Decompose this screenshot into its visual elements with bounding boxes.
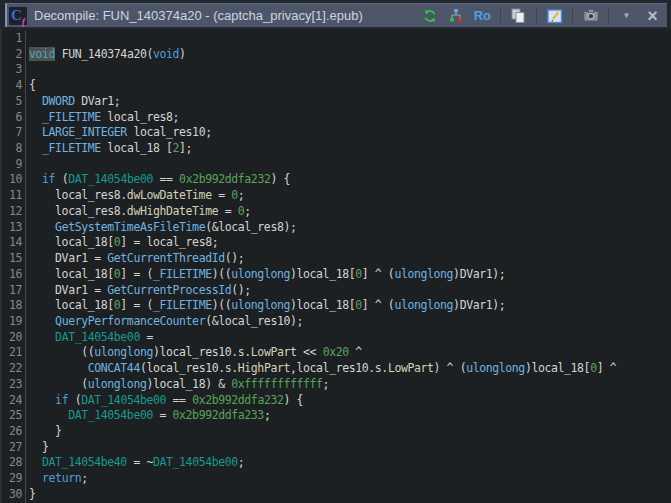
code-line[interactable]: 12 local_res8.dwHighDateTime = 0; [2, 204, 671, 220]
code-line[interactable]: 6 _FILETIME local_res8; [2, 110, 671, 126]
code-line[interactable]: 28 DAT_14054be40 = ~DAT_14054be00; [2, 455, 671, 471]
code-token[interactable]: dwLowDateTime [127, 188, 212, 202]
code-line[interactable]: 23 (ulonglong)local_18) & 0xffffffffffff… [2, 377, 671, 393]
code-line[interactable]: 10 if (DAT_14054be00 == 0x2b992ddfa232) … [2, 172, 671, 188]
code-token[interactable]: local_res10; [127, 125, 212, 139]
code-token[interactable]: ,local_res10. [290, 361, 375, 375]
code-token[interactable]: local_res8; [101, 110, 179, 124]
code-token[interactable]: if [42, 172, 55, 186]
code-token[interactable]: = [153, 408, 173, 422]
code-line[interactable]: 3 [2, 62, 671, 78]
code-line[interactable]: 20 DAT_14054be00 = [2, 330, 671, 346]
code-line[interactable]: 8 _FILETIME local_18 [2]; [2, 141, 671, 157]
code-token[interactable]: _FILETIME [153, 267, 212, 281]
code-line[interactable]: 7 LARGE_INTEGER local_res10; [2, 125, 671, 141]
code-token[interactable]: 0x2b992ddfa232 [192, 393, 283, 407]
code-token[interactable]: ; [264, 408, 271, 422]
code-line[interactable]: 26 } [2, 424, 671, 440]
code-line[interactable]: 25 DAT_14054be00 = 0x2b992ddfa233; [2, 408, 671, 424]
code-token[interactable]: 0x2b992ddfa232 [179, 172, 270, 186]
code-line[interactable]: 18 local_18[0] = (_FILETIME)((ulonglong)… [2, 298, 671, 314]
code-token[interactable]: << [297, 345, 323, 359]
code-token[interactable]: DAT_14054be00 [68, 408, 153, 422]
code-line[interactable]: 9 [2, 157, 671, 173]
code-token[interactable]: local_18[ [29, 235, 114, 249]
code-token[interactable]: ulonglong [466, 361, 525, 375]
code-token[interactable] [29, 330, 55, 344]
code-line[interactable]: 21 ((ulonglong)local_res10.s.LowPart << … [2, 345, 671, 361]
code-token[interactable]: ] = ( [120, 267, 153, 281]
code-token[interactable]: ; [238, 188, 245, 202]
code-token[interactable]: HighPart [238, 361, 290, 375]
code-token[interactable]: local_res8. [29, 188, 127, 202]
code-token[interactable]: GetSystemTimeAsFileTime [55, 220, 205, 234]
code-token[interactable]: )(( [212, 298, 232, 312]
code-token[interactable]: local_18 [ [101, 141, 173, 155]
code-token[interactable]: = [140, 330, 153, 344]
code-token[interactable]: )local_18) & [146, 377, 231, 391]
code-token[interactable]: ]; [179, 141, 192, 155]
code-token[interactable]: ] ^ ( [362, 298, 395, 312]
code-token[interactable]: ulonglong [94, 345, 153, 359]
code-token[interactable]: DAT_14054be00 [153, 455, 238, 469]
close-icon[interactable]: × [644, 7, 661, 24]
code-token[interactable]: ; [244, 204, 251, 218]
code-token[interactable] [29, 455, 42, 469]
code-token[interactable]: _FILETIME [42, 110, 101, 124]
code-token[interactable]: ) ^ ( [434, 361, 467, 375]
code-line[interactable]: 14 local_18[0] = local_res8; [2, 235, 671, 251]
code-token[interactable]: return [42, 471, 81, 485]
code-token[interactable]: ulonglong [231, 298, 290, 312]
code-line[interactable]: 2void FUN_140374a20(void) [2, 47, 671, 63]
code-token[interactable]: } [29, 424, 62, 438]
code-token[interactable]: local_18[ [29, 267, 114, 281]
code-token[interactable]: = [212, 188, 232, 202]
code-token[interactable]: ] ^ [597, 361, 617, 375]
code-token[interactable] [29, 141, 42, 155]
code-token[interactable]: ulonglong [394, 267, 453, 281]
code-token[interactable]: == [153, 172, 179, 186]
code-token[interactable]: 0x20 [323, 345, 349, 359]
code-token[interactable]: DAT_14054be00 [81, 393, 166, 407]
code-token[interactable]: ] = local_res8; [120, 235, 218, 249]
code-token[interactable]: ; [238, 455, 245, 469]
code-token[interactable] [29, 408, 68, 422]
code-token[interactable]: if [55, 393, 68, 407]
decompiler-code-panel[interactable]: 12void FUN_140374a20(void)34{5 DWORD DVa… [0, 29, 671, 503]
code-token[interactable]: local_18[ [29, 298, 114, 312]
code-line[interactable]: 17 DVar1 = GetCurrentProcessId(); [2, 283, 671, 299]
code-token[interactable]: ) { [270, 172, 290, 186]
code-token[interactable]: (( [29, 345, 94, 359]
code-token[interactable]: { [29, 78, 36, 92]
code-line[interactable]: 16 local_18[0] = (_FILETIME)((ulonglong)… [2, 267, 671, 283]
code-token[interactable] [29, 361, 88, 375]
titlebar[interactable]: Cf Decompile: FUN_140374a20 - (captcha_p… [5, 3, 667, 27]
code-token[interactable]: = [218, 204, 238, 218]
rerun-label[interactable]: Ro [474, 8, 491, 23]
code-token[interactable]: (); [225, 251, 245, 265]
code-token[interactable] [29, 471, 42, 485]
code-token[interactable]: 0xffffffffffff [231, 377, 322, 391]
code-token[interactable]: DAT_14054be00 [55, 330, 140, 344]
code-token[interactable]: ] ^ ( [362, 267, 395, 281]
code-token[interactable]: LowPart [388, 361, 434, 375]
code-token[interactable]: (&local_res10); [205, 314, 303, 328]
code-token[interactable]: ^ [349, 345, 362, 359]
code-token[interactable] [29, 125, 42, 139]
code-token[interactable]: } [29, 487, 36, 501]
code-token[interactable]: ulonglong [88, 377, 147, 391]
code-token[interactable]: _FILETIME [153, 298, 212, 312]
code-token[interactable]: ( [29, 377, 88, 391]
code-token[interactable]: ; [81, 471, 88, 485]
code-token[interactable]: 0x2b992ddfa233 [173, 408, 264, 422]
code-token[interactable]: ( [68, 393, 81, 407]
code-token[interactable]: )DVar1); [453, 267, 505, 281]
code-token[interactable]: GetCurrentThreadId [107, 251, 224, 265]
code-token[interactable]: void [29, 47, 55, 61]
code-line[interactable]: 24 if (DAT_14054be00 == 0x2b992ddfa232) … [2, 393, 671, 409]
code-token[interactable]: } [29, 440, 49, 454]
code-token[interactable]: == [166, 393, 192, 407]
code-token[interactable]: CONCAT44 [88, 361, 140, 375]
code-line[interactable]: 27 } [2, 440, 671, 456]
code-line[interactable]: 19 QueryPerformanceCounter(&local_res10)… [2, 314, 671, 330]
